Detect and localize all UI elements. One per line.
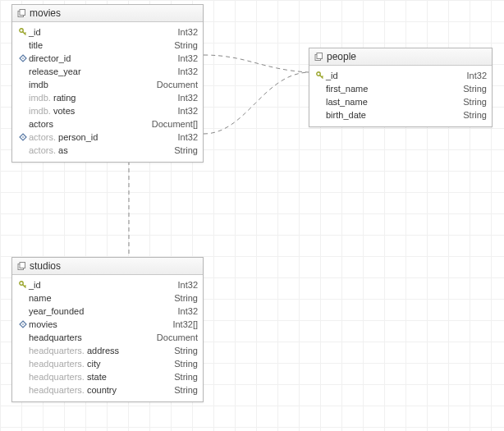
field-type: Int32 (172, 278, 198, 291)
entity-body: _idInt32nameStringyear_foundedInt32movie… (12, 275, 203, 401)
field-label: movies (29, 318, 57, 331)
link-icon (17, 320, 29, 328)
field-row[interactable]: actorsDocument[] (17, 117, 198, 131)
field-row[interactable]: birth_dateString (314, 108, 487, 122)
field-row[interactable]: headquarters. cityString (17, 357, 198, 370)
field-prefix: actors. (29, 132, 56, 142)
entity-studios[interactable]: studios_idInt32nameStringyear_foundedInt… (11, 257, 204, 402)
field-type: String (167, 344, 198, 357)
field-name: director_id (29, 53, 71, 63)
field-type: Int32 (172, 305, 198, 318)
field-type: String (167, 39, 198, 52)
field-type: Int32[] (166, 318, 198, 331)
entity-header[interactable]: people (309, 48, 492, 66)
field-type: Int32 (172, 104, 198, 117)
key-icon (314, 71, 326, 80)
entity-movies[interactable]: movies_idInt32titleStringdirector_idInt3… (11, 4, 204, 163)
link-icon (19, 133, 27, 141)
field-name: _id (29, 280, 41, 290)
field-label: headquarters. country (29, 383, 117, 397)
field-row[interactable]: director_idInt32 (17, 52, 198, 65)
field-label: _id (29, 278, 41, 291)
field-label: imdb (29, 78, 48, 91)
entity-body: _idInt32first_nameStringlast_nameStringb… (309, 66, 492, 126)
svg-rect-1 (20, 9, 25, 15)
field-type: Int32 (172, 131, 198, 144)
field-row[interactable]: imdb. votesInt32 (17, 104, 198, 117)
field-name: headquarters (29, 332, 82, 342)
field-row[interactable]: titleString (17, 39, 198, 52)
svg-rect-9 (20, 262, 25, 268)
field-type: Document (150, 331, 198, 344)
field-type: Int32 (172, 65, 198, 78)
svg-rect-6 (317, 53, 323, 58)
field-row[interactable]: _idInt32 (17, 25, 198, 39)
field-row[interactable]: year_foundedInt32 (17, 305, 198, 318)
link-icon (19, 320, 27, 328)
key-icon (316, 71, 324, 80)
field-type: String (167, 291, 198, 305)
field-name: first_name (326, 84, 368, 94)
entity-name: people (327, 51, 356, 62)
connection-line (204, 72, 309, 134)
field-name: imdb (29, 80, 48, 89)
field-row[interactable]: _idInt32 (314, 69, 487, 82)
field-prefix: headquarters. (29, 359, 85, 369)
key-icon (19, 281, 27, 289)
field-row[interactable]: first_nameString (314, 82, 487, 95)
field-name: as (58, 145, 68, 155)
field-row[interactable]: actors. person_idInt32 (17, 131, 198, 144)
field-row[interactable]: headquarters. addressString (17, 344, 198, 357)
field-label: _id (29, 25, 41, 39)
field-name: votes (53, 106, 75, 116)
key-icon (17, 28, 29, 36)
field-label: birth_date (326, 108, 366, 122)
field-name: rating (53, 93, 76, 103)
field-prefix: headquarters. (29, 346, 85, 355)
field-name: actors (29, 119, 53, 129)
field-label: last_name (326, 95, 368, 108)
field-name: year_founded (29, 306, 84, 316)
field-row[interactable]: actors. asString (17, 144, 198, 157)
entity-people[interactable]: people_idInt32first_nameStringlast_nameS… (309, 48, 493, 127)
entity-body: _idInt32titleStringdirector_idInt32relea… (12, 22, 203, 162)
field-type: String (167, 357, 198, 370)
field-name: name (29, 293, 52, 303)
field-row[interactable]: last_nameString (314, 95, 487, 108)
field-name: _id (29, 27, 41, 37)
field-type: String (456, 95, 487, 108)
entity-header[interactable]: movies (12, 5, 203, 22)
field-type: String (167, 383, 198, 397)
field-name: _id (326, 71, 338, 80)
field-label: year_founded (29, 305, 84, 318)
field-name: state (87, 372, 107, 382)
field-row[interactable]: headquartersDocument (17, 331, 198, 344)
field-row[interactable]: release_yearInt32 (17, 65, 198, 78)
field-row[interactable]: imdb. ratingInt32 (17, 91, 198, 104)
field-label: imdb. votes (29, 104, 75, 117)
entity-header[interactable]: studios (12, 258, 203, 275)
field-prefix: headquarters. (29, 385, 85, 395)
field-type: Int32 (460, 69, 487, 82)
field-label: actors. person_id (29, 131, 98, 144)
field-type: Int32 (172, 25, 198, 39)
field-prefix: actors. (29, 145, 56, 155)
field-name: birth_date (326, 110, 366, 120)
field-label: _id (326, 69, 338, 82)
field-prefix: imdb. (29, 106, 51, 116)
table-icon (17, 262, 26, 271)
connection-line (204, 55, 309, 72)
field-row[interactable]: headquarters. countryString (17, 383, 198, 397)
field-row[interactable]: headquarters. stateString (17, 370, 198, 383)
field-label: first_name (326, 82, 368, 95)
field-row[interactable]: _idInt32 (17, 278, 198, 291)
field-row[interactable]: nameString (17, 291, 198, 305)
field-label: headquarters. city (29, 357, 100, 370)
field-row[interactable]: imdbDocument (17, 78, 198, 91)
field-name: release_year (29, 66, 81, 76)
field-label: actors. as (29, 144, 68, 157)
field-row[interactable]: moviesInt32[] (17, 318, 198, 331)
table-icon (17, 9, 26, 18)
field-type: String (456, 82, 487, 95)
field-type: Int32 (172, 91, 198, 104)
